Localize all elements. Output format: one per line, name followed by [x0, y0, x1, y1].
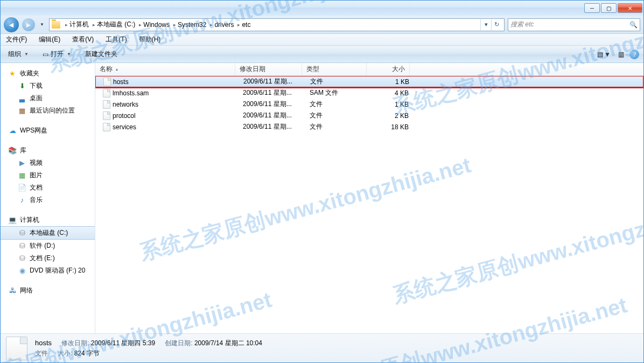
- column-name[interactable]: 名称▴: [95, 63, 235, 75]
- close-button[interactable]: ✕: [618, 3, 642, 13]
- column-type[interactable]: 类型: [302, 63, 367, 75]
- sidebar-item-pictures[interactable]: ▦图片: [1, 169, 95, 182]
- file-name: services: [113, 123, 136, 131]
- sidebar-wps[interactable]: ☁WPS网盘: [1, 124, 95, 137]
- file-size: 18 KB: [370, 123, 413, 131]
- menu-view[interactable]: 查看(V): [70, 34, 96, 45]
- file-date: 2009/6/11 星期...: [239, 88, 305, 97]
- file-icon: [103, 100, 110, 109]
- network-icon: 🖧: [8, 287, 17, 295]
- details-filename: hosts: [35, 339, 52, 347]
- file-icon: [103, 78, 111, 86]
- file-row[interactable]: lmhosts.sam2009/6/11 星期...SAM 文件4 KB: [95, 87, 643, 99]
- details-filetype: 文件: [35, 349, 48, 358]
- preview-icon: ▥: [618, 51, 624, 58]
- file-name: lmhosts.sam: [113, 89, 149, 97]
- sidebar-libraries[interactable]: 📚库: [1, 144, 95, 157]
- sidebar-favorites[interactable]: ★收藏夹: [1, 67, 95, 80]
- sidebar-item-music[interactable]: ♪音乐: [1, 194, 95, 206]
- title-bar[interactable]: ─ ▢ ✕: [1, 1, 643, 16]
- maximize-button[interactable]: ▢: [601, 3, 617, 13]
- view-icon: ▤: [597, 51, 603, 58]
- file-size: 4 KB: [370, 89, 413, 97]
- music-icon: ♪: [18, 196, 26, 205]
- breadcrumb: ▸本地磁盘 (C:): [90, 19, 136, 31]
- file-row[interactable]: hosts2009/6/11 星期...文件1 KB: [95, 76, 643, 87]
- help-button[interactable]: ?: [629, 50, 639, 59]
- organize-button[interactable]: 组织▼: [5, 48, 32, 60]
- minimize-button[interactable]: ─: [584, 3, 600, 13]
- open-icon: ▭: [43, 51, 48, 58]
- column-date[interactable]: 修改日期: [235, 63, 302, 75]
- toolbar: 组织▼ ▭打开▼ 新建文件夹 ▤▼ ▥ ?: [1, 46, 643, 63]
- breadcrumb: ▸drivers: [207, 19, 235, 31]
- file-icon: [103, 111, 110, 120]
- menu-file[interactable]: 文件(F): [4, 34, 29, 45]
- breadcrumb: ▸etc: [235, 19, 251, 31]
- search-icon[interactable]: 🔍: [629, 21, 638, 29]
- menu-tools[interactable]: 工具(T): [103, 34, 129, 45]
- view-mode-button[interactable]: ▤▼: [595, 50, 613, 59]
- address-dropdown[interactable]: ▾: [480, 19, 491, 30]
- menu-edit[interactable]: 编辑(E): [37, 34, 62, 45]
- file-type: 文件: [305, 111, 370, 120]
- picture-icon: ▦: [18, 171, 26, 180]
- sidebar-item-recent[interactable]: ▦最近访问的位置: [1, 104, 95, 117]
- search-input[interactable]: 搜索 etc 🔍: [508, 18, 640, 31]
- file-row[interactable]: networks2009/6/11 星期...文件1 KB: [95, 99, 643, 110]
- breadcrumb: ▸Windows: [136, 19, 171, 31]
- file-icon: [103, 89, 110, 97]
- open-button[interactable]: ▭打开▼: [39, 48, 74, 60]
- sidebar-item-videos[interactable]: ▶视频: [1, 157, 95, 169]
- address-bar[interactable]: ▸计算机 ▸本地磁盘 (C:) ▸Windows ▸System32 ▸driv…: [49, 18, 505, 31]
- history-dropdown[interactable]: ▼: [38, 22, 46, 27]
- forward-button[interactable]: ►: [22, 18, 35, 31]
- computer-icon: 💻: [8, 216, 17, 225]
- sidebar-computer[interactable]: 💻计算机: [1, 214, 95, 226]
- details-pane: hosts 修改日期: 2009/6/11 星期四 5:39 创建日期: 200…: [1, 333, 643, 362]
- drive-icon: ⛁: [18, 254, 26, 263]
- drive-icon: ⛁: [18, 229, 26, 238]
- explorer-window: ─ ▢ ✕ ◄ ► ▼ ▸计算机 ▸本地磁盘 (C:) ▸Windows ▸Sy…: [0, 0, 644, 363]
- file-type: 文件: [305, 122, 370, 131]
- breadcrumb: ▸System32: [171, 19, 207, 31]
- menu-help[interactable]: 帮助(H): [137, 34, 163, 45]
- file-type: 文件: [305, 100, 370, 109]
- sidebar-item-documents[interactable]: 📄文档: [1, 182, 95, 194]
- sidebar-item-desktop[interactable]: ▃桌面: [1, 92, 95, 104]
- sidebar-item-dvd[interactable]: ◉DVD 驱动器 (F:) 20: [1, 264, 95, 277]
- preview-pane-button[interactable]: ▥: [616, 50, 626, 59]
- sidebar-item-downloads[interactable]: ⬇下载: [1, 80, 95, 92]
- sidebar-item-drive-c[interactable]: ⛁本地磁盘 (C:): [1, 226, 95, 240]
- new-folder-button[interactable]: 新建文件夹: [82, 48, 121, 60]
- column-size[interactable]: 大小: [367, 63, 410, 75]
- file-date: 2009/6/11 星期...: [239, 122, 305, 131]
- file-name: networks: [113, 101, 138, 108]
- file-date: 2009/6/11 星期...: [239, 100, 305, 109]
- sidebar-item-drive-e[interactable]: ⛁文档 (E:): [1, 252, 95, 264]
- menu-bar: 文件(F) 编辑(E) 查看(V) 工具(T) 帮助(H): [1, 34, 643, 46]
- search-placeholder: 搜索 etc: [510, 20, 534, 29]
- file-icon: [103, 123, 110, 131]
- file-size: 1 KB: [370, 78, 414, 86]
- file-type: SAM 文件: [305, 88, 370, 97]
- download-icon: ⬇: [18, 82, 26, 90]
- video-icon: ▶: [18, 159, 26, 167]
- file-date: 2009/6/11 星期...: [239, 77, 306, 86]
- navigation-bar: ◄ ► ▼ ▸计算机 ▸本地磁盘 (C:) ▸Windows ▸System32…: [1, 16, 643, 34]
- back-button[interactable]: ◄: [4, 17, 19, 32]
- file-date: 2009/6/11 星期...: [239, 111, 305, 120]
- column-headers: 名称▴ 修改日期 类型 大小: [95, 63, 643, 76]
- file-size: 1 KB: [370, 101, 413, 108]
- sidebar-network[interactable]: 🖧网络: [1, 284, 95, 297]
- file-type: 文件: [306, 77, 370, 86]
- file-row[interactable]: protocol2009/6/11 星期...文件2 KB: [95, 110, 643, 121]
- navigation-pane[interactable]: ★收藏夹 ⬇下载 ▃桌面 ▦最近访问的位置 ☁WPS网盘 📚库 ▶视频 ▦图片 …: [1, 63, 95, 333]
- star-icon: ★: [8, 69, 17, 78]
- refresh-button[interactable]: ↻: [491, 19, 502, 30]
- cloud-icon: ☁: [8, 127, 17, 135]
- sidebar-item-drive-d[interactable]: ⛁软件 (D:): [1, 240, 95, 252]
- file-row[interactable]: services2009/6/11 星期...文件18 KB: [95, 121, 643, 132]
- file-list[interactable]: hosts2009/6/11 星期...文件1 KBlmhosts.sam200…: [95, 76, 643, 333]
- drive-icon: ⛁: [18, 242, 26, 250]
